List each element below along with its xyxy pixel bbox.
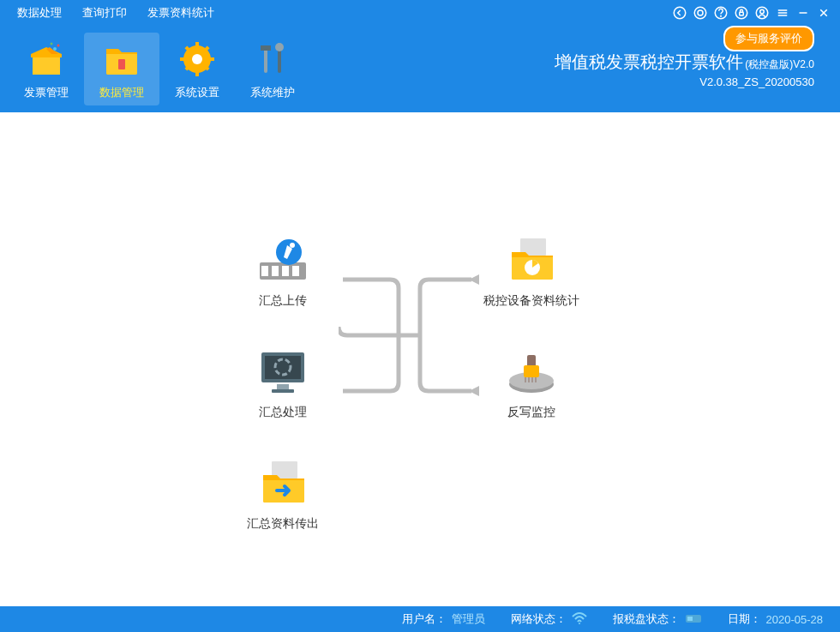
toolbar-system-settings[interactable]: 系统设置 [159, 33, 235, 105]
svg-point-0 [674, 7, 686, 19]
svg-rect-5 [740, 12, 744, 15]
svg-rect-51 [687, 617, 693, 621]
wifi-icon [572, 612, 587, 627]
svg-point-32 [290, 243, 295, 248]
svg-point-49 [579, 623, 580, 624]
toolbar-system-maintain[interactable]: 系统维护 [235, 33, 310, 105]
flow-label: 汇总资料传出 [247, 515, 319, 533]
nav-back-icon[interactable] [670, 3, 689, 22]
svg-rect-29 [282, 266, 289, 276]
lock-icon[interactable] [732, 3, 751, 22]
svg-point-9 [53, 47, 57, 51]
status-tax-disk: 报税盘状态： [613, 611, 702, 627]
svg-rect-8 [33, 57, 60, 75]
toolbar-label: 数据管理 [99, 85, 144, 100]
app-version: V2.0.38_ZS_20200530 [555, 75, 814, 88]
flow-summary-process[interactable]: 汇总处理 [227, 348, 339, 421]
gear-icon [177, 39, 218, 80]
statusbar: 用户名： 管理员 网络状态： 报税盘状态： 日期： 2020-05-28 [0, 606, 840, 632]
flow-arrows [339, 271, 484, 425]
flow-tax-device-stats[interactable]: 税控设备资料统计 [476, 237, 587, 310]
help-icon[interactable] [711, 3, 730, 22]
svg-rect-43 [527, 355, 536, 367]
svg-rect-28 [272, 266, 279, 276]
toolbar-label: 发票管理 [24, 85, 69, 100]
content-area: 汇总上传 汇总处理 汇总资料传出 税控设备资料统计 反写监控 [0, 112, 840, 606]
minimize-icon[interactable] [794, 3, 813, 22]
close-icon[interactable] [814, 3, 833, 22]
user-icon[interactable] [753, 3, 771, 22]
svg-rect-18 [207, 57, 214, 61]
app-title-sub: (税控盘版)V2.0 [745, 57, 814, 72]
folder-chart-icon [501, 237, 561, 284]
svg-rect-35 [277, 384, 289, 389]
status-date: 日期： 2020-05-28 [728, 611, 824, 627]
flow-rewrite-monitor[interactable]: 反写监控 [476, 348, 587, 421]
title-block: 增值税发票税控开票软件 (税控盘版)V2.0 V2.0.38_ZS_202005… [555, 51, 831, 88]
svg-rect-44 [524, 365, 539, 377]
menu-query-print[interactable]: 查询打印 [72, 2, 137, 24]
svg-point-7 [760, 9, 765, 14]
flow-label: 反写监控 [507, 404, 555, 421]
flow-summary-upload[interactable]: 汇总上传 [227, 237, 339, 310]
menu-data-process[interactable]: 数据处理 [7, 2, 72, 24]
film-pen-icon [253, 237, 313, 284]
refresh-icon[interactable] [691, 3, 710, 22]
status-network: 网络状态： [511, 611, 587, 627]
flow-label: 汇总上传 [259, 292, 307, 310]
app-title: 增值税发票税控开票软件 [555, 51, 743, 74]
status-user: 用户名： 管理员 [402, 611, 485, 627]
svg-point-14 [192, 54, 202, 64]
toolbar-data-mgmt[interactable]: 数据管理 [84, 33, 159, 105]
flow-label: 税控设备资料统计 [483, 292, 579, 310]
svg-rect-16 [195, 69, 199, 76]
toolbar-label: 系统维护 [250, 85, 295, 100]
folder-export-icon [253, 460, 313, 507]
disk-brush-icon [501, 348, 561, 395]
toolbar-invoice-mgmt[interactable]: 发票管理 [9, 33, 84, 105]
svg-point-25 [275, 43, 284, 51]
toolbar: 发票管理 数据管理 系统设置 系统维护 [0, 26, 840, 112]
svg-rect-15 [195, 42, 199, 49]
box-icon [26, 39, 67, 80]
svg-point-1 [694, 7, 706, 19]
svg-rect-36 [272, 389, 294, 393]
tools-icon [252, 39, 293, 80]
folder-icon [101, 39, 142, 80]
svg-rect-30 [292, 266, 299, 276]
svg-point-11 [51, 42, 53, 45]
svg-point-3 [721, 15, 722, 16]
monitor-icon [253, 348, 313, 395]
menu-lines-icon[interactable] [773, 3, 792, 22]
svg-rect-17 [180, 57, 187, 61]
menubar: 数据处理 查询打印 发票资料统计 [0, 0, 840, 26]
disk-icon [685, 612, 702, 627]
header: 数据处理 查询打印 发票资料统计 参与服务评价 发票管理 [0, 0, 840, 112]
svg-rect-27 [261, 266, 268, 276]
flow-label: 汇总处理 [259, 404, 307, 421]
svg-rect-12 [118, 59, 125, 69]
flow-summary-export[interactable]: 汇总资料传出 [227, 460, 339, 533]
toolbar-label: 系统设置 [175, 85, 219, 100]
svg-point-10 [57, 44, 60, 46]
menu-invoice-stats[interactable]: 发票资料统计 [137, 2, 225, 24]
